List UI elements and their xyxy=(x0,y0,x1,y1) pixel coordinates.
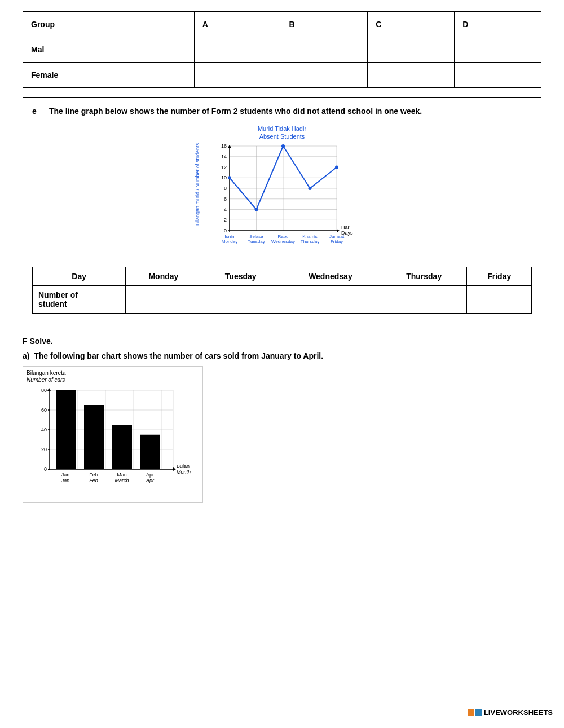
svg-rect-71 xyxy=(140,434,160,469)
section-e-description: The line graph below shows the number of… xyxy=(49,107,532,116)
svg-text:0: 0 xyxy=(44,466,47,472)
bar-chart-title-malay: Bilangan kereta xyxy=(27,370,199,377)
section-e-data-table: Day Monday Tuesday Wednedsay Thursday Fr… xyxy=(32,267,532,314)
svg-text:Jan: Jan xyxy=(61,478,70,483)
svg-text:Feb: Feb xyxy=(89,478,98,483)
line-chart-svg: .grid-line { stroke: #aaa; stroke-width:… xyxy=(213,143,369,258)
liveworksheets-logo: LIVEWORKSHEETS xyxy=(468,708,553,717)
svg-text:Wednesday: Wednesday xyxy=(271,239,295,244)
svg-point-28 xyxy=(255,208,258,211)
section-f-solve: Solve. xyxy=(29,337,52,346)
group-table: Group A B C D Mal Female xyxy=(23,11,541,88)
top-table-wrapper: Group A B C D Mal Female xyxy=(23,11,541,88)
logo-orange-square xyxy=(468,709,474,716)
col-day: Day xyxy=(33,267,126,285)
svg-marker-16 xyxy=(228,145,231,148)
row-mal-d[interactable] xyxy=(455,37,541,63)
svg-text:Apr: Apr xyxy=(146,472,154,478)
svg-text:10: 10 xyxy=(221,175,227,180)
cell-tuesday-value[interactable] xyxy=(201,285,280,313)
svg-rect-69 xyxy=(84,405,104,469)
svg-marker-57 xyxy=(173,467,176,471)
svg-text:8: 8 xyxy=(224,186,227,191)
svg-text:40: 40 xyxy=(41,427,47,433)
bar-chart-title-english: Number of cars xyxy=(27,377,199,383)
col-d: D xyxy=(455,12,541,37)
svg-text:Selasa: Selasa xyxy=(249,234,263,239)
sub-a-label: a) xyxy=(23,351,29,360)
svg-marker-17 xyxy=(337,229,340,232)
svg-text:Isnin: Isnin xyxy=(225,234,235,239)
logo-icon xyxy=(468,709,482,716)
bar-chart-container: Bilangan kereta Number of cars .bc-grid … xyxy=(23,366,203,503)
svg-rect-70 xyxy=(112,425,132,469)
logo-text: LIVEWORKSHEETS xyxy=(484,708,553,717)
cell-wednesday-value[interactable] xyxy=(280,285,381,313)
bar-chart-title: Bilangan kereta Number of cars xyxy=(27,370,199,383)
svg-text:14: 14 xyxy=(221,153,227,159)
svg-text:Rabu: Rabu xyxy=(277,234,288,239)
section-f-title: F Solve. xyxy=(23,337,541,346)
section-e-label: e xyxy=(32,107,43,116)
svg-point-30 xyxy=(309,187,312,190)
svg-text:March: March xyxy=(114,478,129,483)
section-e: e The line graph below shows the number … xyxy=(23,97,541,323)
graph-title-english: Absent Students xyxy=(259,133,305,140)
svg-text:16: 16 xyxy=(221,143,227,149)
svg-rect-68 xyxy=(56,390,76,469)
bar-chart-svg: .bc-grid { stroke: #bbb; stroke-width: 0… xyxy=(27,385,196,497)
col-group: Group xyxy=(23,12,195,37)
section-f-sub-a: a) The following bar chart shows the num… xyxy=(23,351,541,360)
section-f-label: F xyxy=(23,337,28,346)
svg-text:Tuesday: Tuesday xyxy=(248,239,265,244)
svg-text:12: 12 xyxy=(221,164,227,170)
svg-text:Apr: Apr xyxy=(146,478,155,483)
row-number-of-student-label: Number ofstudent xyxy=(33,285,126,313)
row-mal-label: Mal xyxy=(23,37,195,63)
svg-text:Month: Month xyxy=(177,469,191,475)
cell-thursday-value[interactable] xyxy=(381,285,467,313)
svg-text:0: 0 xyxy=(224,228,227,233)
col-thursday: Thursday xyxy=(381,267,467,285)
svg-text:4: 4 xyxy=(224,206,227,212)
svg-text:Days: Days xyxy=(341,230,353,236)
row-female-c[interactable] xyxy=(368,63,455,88)
svg-text:Friday: Friday xyxy=(331,239,343,244)
col-monday: Monday xyxy=(126,267,201,285)
sub-a-description: The following bar chart shows the number… xyxy=(34,351,323,360)
line-chart: .grid-line { stroke: #aaa; stroke-width:… xyxy=(213,143,359,256)
col-c: C xyxy=(368,12,455,37)
row-mal-b[interactable] xyxy=(281,37,368,63)
row-female-a[interactable] xyxy=(194,63,281,88)
line-graph-container: Murid Tidak Hadir Absent Students Bilang… xyxy=(195,125,369,258)
svg-point-27 xyxy=(228,176,231,179)
svg-text:Thursday: Thursday xyxy=(301,239,319,244)
row-mal-c[interactable] xyxy=(368,37,455,63)
row-female-b[interactable] xyxy=(281,63,368,88)
col-friday: Friday xyxy=(467,267,532,285)
svg-text:20: 20 xyxy=(41,447,47,452)
svg-text:60: 60 xyxy=(41,407,47,413)
svg-text:Khamis: Khamis xyxy=(302,234,318,239)
svg-text:Bulan: Bulan xyxy=(177,464,190,469)
cell-friday-value[interactable] xyxy=(467,285,532,313)
svg-text:6: 6 xyxy=(224,196,227,201)
logo-blue-square xyxy=(475,709,482,716)
col-b: B xyxy=(281,12,368,37)
graph-title: Murid Tidak Hadir Absent Students xyxy=(195,125,369,141)
cell-monday-value[interactable] xyxy=(126,285,201,313)
svg-text:Monday: Monday xyxy=(222,239,237,244)
svg-text:Feb: Feb xyxy=(89,472,98,478)
graph-title-malay: Murid Tidak Hadir xyxy=(258,125,306,132)
svg-text:Jan: Jan xyxy=(61,472,70,478)
col-a: A xyxy=(194,12,281,37)
svg-point-31 xyxy=(335,165,338,169)
section-f: F Solve. a) The following bar chart show… xyxy=(23,337,541,503)
row-female-d[interactable] xyxy=(455,63,541,88)
col-wednesday: Wednedsay xyxy=(280,267,381,285)
row-mal-a[interactable] xyxy=(194,37,281,63)
col-tuesday: Tuesday xyxy=(201,267,280,285)
y-axis-label: Bilangan murid / Number of students xyxy=(195,143,211,226)
row-female-label: Female xyxy=(23,63,195,88)
svg-text:2: 2 xyxy=(224,217,227,223)
